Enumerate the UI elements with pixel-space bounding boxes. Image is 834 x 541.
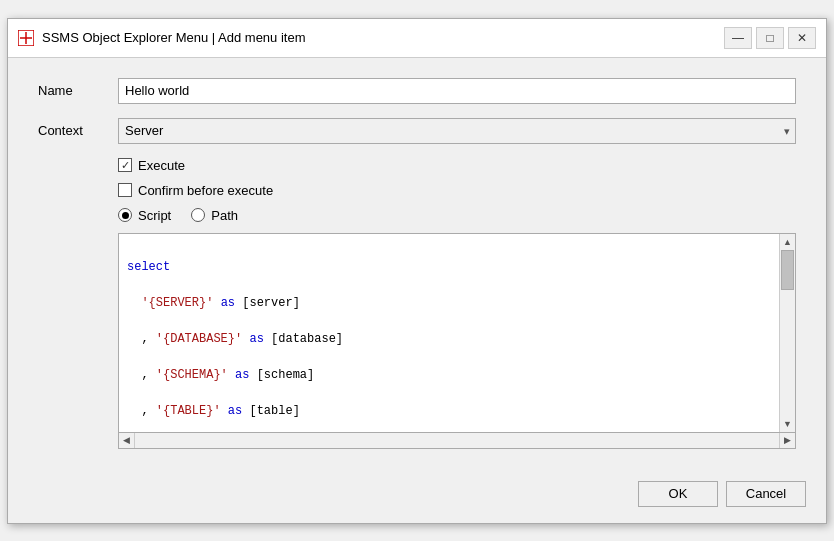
- name-input-wrap: [118, 78, 796, 104]
- title-bar-left: SSMS Object Explorer Menu | Add menu ite…: [18, 30, 306, 46]
- minimize-button[interactable]: —: [724, 27, 752, 49]
- maximize-button[interactable]: □: [756, 27, 784, 49]
- scroll-left-button[interactable]: ◀: [119, 433, 135, 448]
- app-icon: [18, 30, 34, 46]
- script-radio[interactable]: [118, 208, 132, 222]
- main-window: SSMS Object Explorer Menu | Add menu ite…: [7, 18, 827, 524]
- context-dropdown-wrapper: Server Database Table View StoredProcedu…: [118, 118, 796, 144]
- execute-checkbox-row[interactable]: ✓ Execute: [118, 158, 796, 173]
- path-radio-label: Path: [211, 208, 238, 223]
- title-bar: SSMS Object Explorer Menu | Add menu ite…: [8, 19, 826, 58]
- scroll-down-button[interactable]: ▼: [780, 416, 795, 432]
- path-radio[interactable]: [191, 208, 205, 222]
- confirm-checkbox-row[interactable]: Confirm before execute: [118, 183, 796, 198]
- name-row: Name: [38, 78, 796, 104]
- script-radio-item[interactable]: Script: [118, 208, 171, 223]
- name-input[interactable]: [118, 78, 796, 104]
- radio-row: Script Path: [118, 208, 796, 223]
- execute-checkbox[interactable]: ✓: [118, 158, 132, 172]
- scroll-right-button[interactable]: ▶: [779, 433, 795, 448]
- path-radio-item[interactable]: Path: [191, 208, 238, 223]
- window-title: SSMS Object Explorer Menu | Add menu ite…: [42, 30, 306, 45]
- horizontal-scrollbar-container: ◀ ▶: [118, 433, 796, 449]
- bottom-bar: OK Cancel: [8, 469, 826, 523]
- code-editor[interactable]: select '{SERVER}' as [server] , '{DATABA…: [119, 234, 779, 432]
- context-row: Context Server Database Table View Store…: [38, 118, 796, 144]
- script-radio-label: Script: [138, 208, 171, 223]
- ok-button[interactable]: OK: [638, 481, 718, 507]
- title-controls: — □ ✕: [724, 27, 816, 49]
- scrollbar-track-h[interactable]: [135, 433, 779, 448]
- scrollbar-thumb-v[interactable]: [781, 250, 794, 290]
- scroll-up-button[interactable]: ▲: [780, 234, 795, 250]
- execute-label: Execute: [138, 158, 185, 173]
- scrollbar-track-v[interactable]: [780, 250, 795, 416]
- context-label: Context: [38, 123, 118, 138]
- options-section: ✓ Execute Confirm before execute: [118, 158, 796, 198]
- name-label: Name: [38, 83, 118, 98]
- context-select[interactable]: Server Database Table View StoredProcedu…: [118, 118, 796, 144]
- vertical-scrollbar[interactable]: ▲ ▼: [779, 234, 795, 432]
- code-area-container: select '{SERVER}' as [server] , '{DATABA…: [118, 233, 796, 433]
- confirm-label: Confirm before execute: [138, 183, 273, 198]
- confirm-checkbox[interactable]: [118, 183, 132, 197]
- close-button[interactable]: ✕: [788, 27, 816, 49]
- context-select-wrap: Server Database Table View StoredProcedu…: [118, 118, 796, 144]
- content-area: Name Context Server Database Table View …: [8, 58, 826, 469]
- cancel-button[interactable]: Cancel: [726, 481, 806, 507]
